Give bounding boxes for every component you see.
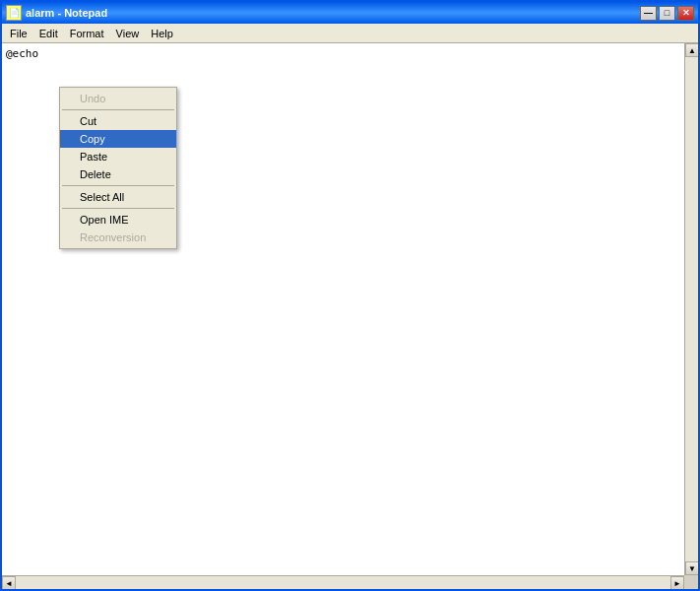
ctx-open-ime[interactable]: Open IME — [60, 211, 176, 229]
context-menu: Undo Cut Copy Paste Delete Select All Op… — [59, 87, 177, 249]
scrollbar-left-button[interactable]: ◄ — [2, 576, 16, 589]
scrollbar-track-v[interactable] — [685, 57, 698, 561]
scrollbar-horizontal: ◄ ► — [2, 575, 684, 589]
notepad-window: 📄 alarm - Notepad — □ ✕ File Edit Format… — [0, 0, 700, 591]
window-title: alarm - Notepad — [26, 7, 107, 19]
ctx-reconversion[interactable]: Reconversion — [60, 229, 176, 246]
menu-bar: File Edit Format View Help — [2, 24, 698, 43]
editor-content: @echo — [6, 47, 45, 60]
maximize-button[interactable]: □ — [659, 6, 675, 21]
scrollbar-track-h[interactable] — [16, 576, 670, 589]
ctx-separator-1 — [62, 109, 174, 110]
ctx-separator-3 — [62, 208, 174, 209]
ctx-separator-2 — [62, 185, 174, 186]
title-bar-left: 📄 alarm - Notepad — [6, 5, 107, 21]
ctx-paste[interactable]: Paste — [60, 148, 176, 165]
close-button[interactable]: ✕ — [677, 6, 694, 21]
ctx-undo[interactable]: Undo — [60, 90, 176, 107]
editor-area[interactable]: @echo Undo Cut Copy Paste Delete Select … — [2, 43, 698, 589]
title-bar-buttons: — □ ✕ — [640, 6, 694, 21]
scrollbar-right-button[interactable]: ► — [670, 576, 684, 589]
ctx-select-all[interactable]: Select All — [60, 188, 176, 206]
title-bar: 📄 alarm - Notepad — □ ✕ — [2, 2, 698, 24]
ctx-cut[interactable]: Cut — [60, 112, 176, 130]
menu-file[interactable]: File — [4, 26, 33, 41]
menu-view[interactable]: View — [110, 26, 146, 41]
menu-edit[interactable]: Edit — [33, 26, 64, 41]
minimize-button[interactable]: — — [640, 6, 657, 21]
ctx-copy[interactable]: Copy — [60, 130, 176, 148]
scrollbar-down-button[interactable]: ▼ — [685, 561, 698, 575]
scrollbar-vertical: ▲ ▼ — [684, 43, 698, 575]
menu-format[interactable]: Format — [64, 26, 110, 41]
scrollbar-up-button[interactable]: ▲ — [685, 43, 698, 57]
app-icon: 📄 — [6, 5, 22, 21]
menu-help[interactable]: Help — [145, 26, 179, 41]
ctx-delete[interactable]: Delete — [60, 165, 176, 183]
scrollbar-corner — [684, 575, 698, 589]
